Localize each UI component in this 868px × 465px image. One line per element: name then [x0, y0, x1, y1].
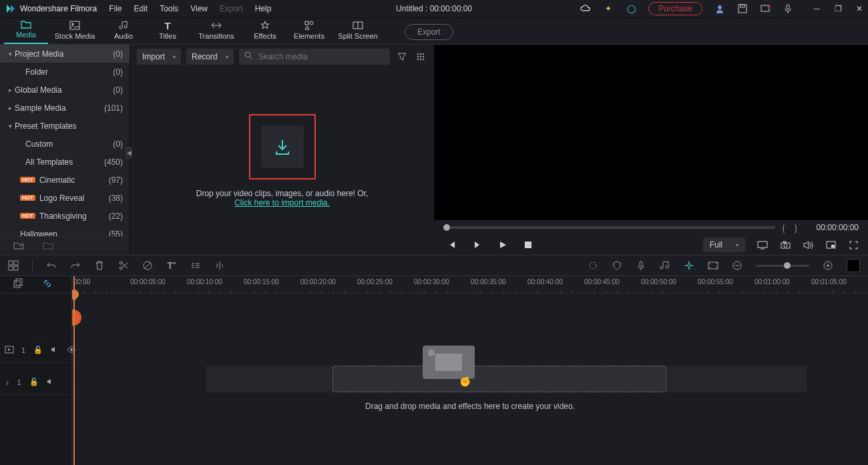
message-icon[interactable] [760, 3, 771, 14]
filter-icon[interactable] [395, 53, 409, 61]
tab-audio[interactable]: Audio [101, 19, 146, 44]
tree-item-thanksgiving[interactable]: HOTThanksgiving(22) [0, 207, 130, 225]
account-icon[interactable] [714, 3, 725, 14]
grid-view-icon[interactable] [414, 53, 427, 61]
search-box[interactable] [239, 49, 390, 65]
tab-media-label: Media [16, 31, 36, 39]
tab-effects[interactable]: Effects [243, 19, 287, 44]
tab-split-screen[interactable]: Split Screen [331, 19, 385, 44]
play-button[interactable] [498, 241, 507, 249]
collapse-tree-button[interactable]: ◀ [126, 147, 132, 159]
menu-tools[interactable]: Tools [160, 4, 178, 13]
crop-icon[interactable] [142, 261, 153, 270]
audio-mixer-icon[interactable] [660, 261, 670, 270]
svg-rect-52 [16, 279, 22, 286]
search-input[interactable] [258, 52, 385, 61]
render-icon[interactable] [684, 261, 694, 270]
lightbulb-icon[interactable]: ✦ [603, 3, 614, 14]
zoom-out-button[interactable] [732, 261, 742, 270]
menu-edit[interactable]: Edit [134, 4, 148, 13]
new-folder-icon[interactable]: + [13, 241, 24, 252]
undo-button[interactable] [46, 262, 57, 270]
lock-icon[interactable]: 🔓 [29, 378, 39, 386]
next-frame-button[interactable] [473, 241, 482, 249]
split-button[interactable] [118, 261, 129, 270]
timeline-tracks[interactable]: 00:0000:00:05:0000:00:10:0000:00:15:0000… [72, 276, 868, 465]
copy-tracks-icon[interactable] [13, 279, 23, 290]
mute-icon[interactable] [47, 378, 55, 386]
tree-item-label: Global Media [15, 85, 113, 95]
purchase-button[interactable]: Purchase [648, 2, 702, 15]
zoom-thumb[interactable] [784, 262, 791, 269]
display-icon[interactable] [757, 241, 768, 250]
audio-level-icon[interactable] [214, 261, 225, 270]
tree-item-cinematic[interactable]: HOTCinematic(97) [0, 171, 130, 189]
ruler-tick: 00:00:55:00 [698, 278, 733, 286]
mark-in-icon[interactable]: { [782, 223, 785, 233]
speed-icon[interactable] [190, 262, 201, 270]
time-ruler[interactable]: 00:0000:00:05:0000:00:10:0000:00:15:0000… [72, 276, 868, 294]
marker-icon[interactable] [588, 261, 598, 270]
close-button[interactable]: ✕ [855, 4, 864, 13]
scrub-thumb[interactable] [443, 224, 450, 231]
pip-icon[interactable] [825, 241, 836, 249]
link-tracks-icon[interactable] [43, 279, 52, 290]
cloud-icon[interactable] [580, 3, 591, 14]
tab-stock-media[interactable]: Stock Media [48, 19, 101, 44]
import-link[interactable]: Click here to import media. [234, 198, 330, 207]
tree-item-project-media[interactable]: ▾Project Media(0) [0, 45, 130, 63]
scrub-slider[interactable] [443, 226, 775, 229]
volume-icon[interactable] [803, 241, 813, 250]
import-button[interactable] [261, 125, 304, 168]
svg-rect-34 [9, 266, 13, 270]
media-drop-area[interactable]: Drop your video clips, images, or audio … [130, 67, 434, 255]
import-combo[interactable]: Import▾ [137, 49, 181, 65]
shield-icon[interactable] [612, 261, 622, 270]
stop-button[interactable] [523, 241, 533, 249]
tab-media[interactable]: Media [4, 17, 48, 44]
record-combo[interactable]: Record▾ [186, 49, 234, 65]
open-folder-icon[interactable] [43, 241, 53, 252]
tree-item-logo-reveal[interactable]: HOTLogo Reveal(38) [0, 189, 130, 207]
mute-icon[interactable] [51, 346, 59, 354]
text-tool-icon[interactable]: T+ [166, 260, 177, 271]
zoom-slider[interactable] [756, 265, 809, 267]
fullscreen-icon[interactable] [848, 241, 859, 250]
tree-item-halloween[interactable]: Halloween(55) [0, 225, 130, 236]
menu-help[interactable]: Help [255, 4, 272, 13]
ratio-icon[interactable] [708, 262, 718, 270]
tab-titles[interactable]: TTitles [146, 19, 190, 44]
dragged-clip[interactable] [423, 346, 475, 379]
lock-icon[interactable]: 🔓 [33, 346, 43, 354]
tab-transitions[interactable]: Transitions [190, 19, 243, 44]
tree-item-all-templates[interactable]: All Templates(450) [0, 153, 130, 171]
menu-file[interactable]: File [109, 4, 122, 13]
delete-button[interactable] [94, 261, 105, 270]
minimize-button[interactable]: ─ [812, 4, 821, 13]
redo-button[interactable] [70, 262, 81, 270]
playhead[interactable] [73, 276, 75, 465]
tree-item-folder[interactable]: Folder(0) [0, 63, 130, 81]
tab-elements[interactable]: Elements [287, 19, 331, 44]
tree-item-label: Thanksgiving [39, 211, 109, 221]
export-button[interactable]: Export [405, 24, 453, 40]
save-icon[interactable] [737, 3, 748, 14]
mark-out-icon[interactable]: } [795, 223, 797, 233]
prev-frame-button[interactable] [447, 241, 457, 249]
tree-item-global-media[interactable]: ▸Global Media(0) [0, 81, 130, 99]
audio-track-header[interactable]: ♪ 1 🔓 [0, 370, 71, 395]
menu-view[interactable]: View [190, 4, 208, 13]
quality-combo[interactable]: Full▾ [703, 238, 745, 252]
voiceover-icon[interactable] [636, 261, 646, 270]
video-track-header[interactable]: 1 🔓 [0, 338, 71, 363]
maximize-button[interactable]: ❐ [833, 4, 843, 13]
tree-item-custom[interactable]: Custom(0) [0, 135, 130, 153]
tree-item-preset-templates[interactable]: ▾Preset Templates [0, 117, 130, 135]
layout-icon[interactable] [8, 261, 19, 270]
headset-icon[interactable]: ◯ [626, 3, 636, 14]
zoom-in-button[interactable] [823, 261, 833, 270]
color-swatch[interactable] [847, 259, 860, 272]
snapshot-icon[interactable] [780, 241, 791, 249]
tree-item-sample-media[interactable]: ▸Sample Media(101) [0, 99, 130, 117]
mic-icon[interactable] [783, 3, 793, 14]
